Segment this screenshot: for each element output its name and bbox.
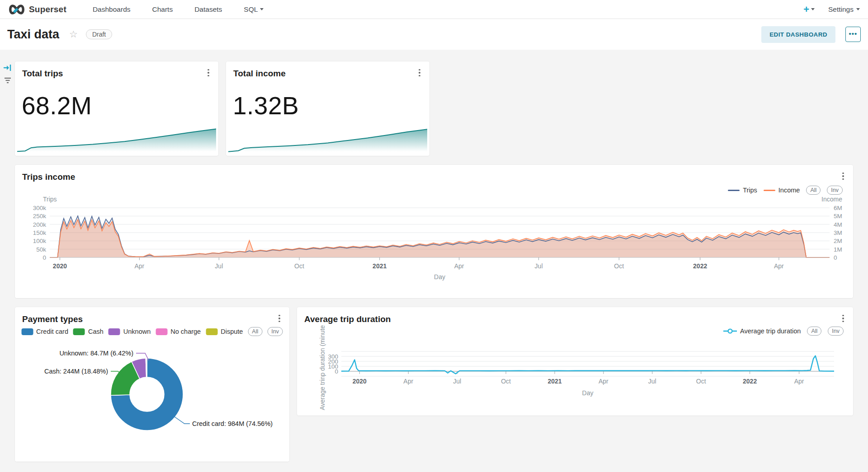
total-income-value: 1.32B xyxy=(233,91,299,120)
nav-item-sql[interactable]: SQL xyxy=(233,5,274,14)
x-axis-tick-label: Oct xyxy=(294,262,304,270)
chart-title: Total income xyxy=(233,69,286,79)
legend-item-unknown[interactable]: Unknown xyxy=(108,328,151,335)
axis-tick-label: 100k xyxy=(33,238,47,244)
expand-filter-bar-icon[interactable] xyxy=(3,63,13,74)
x-axis-tick-label: 2021 xyxy=(547,378,561,385)
draft-badge: Draft xyxy=(86,29,112,39)
chart-options-kebab-icon[interactable] xyxy=(839,313,848,323)
new-item-button[interactable]: + xyxy=(803,4,815,15)
donut-slice-dispute[interactable] xyxy=(146,358,147,377)
x-axis-tick-label: 2020 xyxy=(53,262,67,270)
x-axis-tick-label: Jul xyxy=(535,262,543,270)
chart-title: Trips income xyxy=(22,172,75,182)
spark-area xyxy=(228,129,427,153)
trips-income-chart[interactable]: 300k6M250k5M200k4M150k3M100k2M50k1M00202… xyxy=(15,187,853,298)
brand-name: Superset xyxy=(29,5,66,14)
dashboard-more-button[interactable]: ••• xyxy=(845,27,861,42)
top-navbar: Superset Dashboards Charts Datasets SQL … xyxy=(0,0,868,19)
legend-item-no-charge[interactable]: No charge xyxy=(156,328,201,335)
unknown-swatch xyxy=(108,328,120,335)
x-axis-tick-label: Oct xyxy=(501,378,511,385)
unknown-callout-label: Unknown: 84.7M (6.42%) xyxy=(59,350,133,357)
nav-item-charts[interactable]: Charts xyxy=(142,5,184,14)
x-axis-name: Day xyxy=(434,273,445,280)
x-axis-tick-label: Oct xyxy=(614,262,624,270)
axis-tick-label: 2M xyxy=(834,238,842,244)
x-axis-tick-label: Apr xyxy=(599,378,609,385)
cash-callout-label: Cash: 244M (18.48%) xyxy=(44,368,108,375)
axis-tick-label: 0 xyxy=(834,254,837,261)
axis-tick-label: 50k xyxy=(36,246,46,253)
chart-options-kebab-icon[interactable] xyxy=(204,68,213,78)
x-axis-tick-label: 2022 xyxy=(743,378,757,385)
filter-icon[interactable] xyxy=(4,77,12,86)
trips-income-card: Trips income Trips Income All Inv Trips … xyxy=(15,165,853,298)
axis-tick-label: 1M xyxy=(834,246,842,253)
payment-types-legend: Credit card Cash Unknown No charge Dispu… xyxy=(21,327,283,336)
axis-tick-label: 250k xyxy=(33,213,47,220)
total-income-card: Total income 1.32B xyxy=(226,61,429,156)
chevron-down-icon xyxy=(811,8,815,10)
axis-tick-label: 0 xyxy=(335,368,338,375)
legend-item-credit-card[interactable]: Credit card xyxy=(21,328,68,335)
axis-tick-label: 150k xyxy=(33,229,47,236)
chevron-down-icon xyxy=(260,8,264,10)
x-axis-tick-label: Jul xyxy=(648,378,656,385)
chart-options-kebab-icon[interactable] xyxy=(839,171,848,181)
chart-title: Total trips xyxy=(22,69,63,79)
x-axis-name: Day xyxy=(582,389,594,397)
axis-tick-label: 4M xyxy=(834,221,842,228)
axis-tick-label: 3M xyxy=(834,229,842,236)
x-axis-tick-label: 2020 xyxy=(353,378,367,385)
dashboard-title: Taxi data xyxy=(7,28,59,42)
total-trips-sparkline[interactable] xyxy=(17,126,216,154)
legend-inv-pill[interactable]: Inv xyxy=(267,327,283,336)
x-axis-tick-label: Oct xyxy=(696,378,706,385)
dashboard-header: Taxi data ☆ Draft EDIT DASHBOARD ••• xyxy=(0,19,868,50)
x-axis-tick-label: Apr xyxy=(454,262,464,270)
legend-item-cash[interactable]: Cash xyxy=(73,328,104,335)
legend-all-pill[interactable]: All xyxy=(248,327,262,336)
avg-duration-line xyxy=(341,356,834,374)
x-axis-tick-label: Jul xyxy=(215,262,223,270)
payment-types-card: Payment types Credit card Cash Unknown N… xyxy=(15,307,289,462)
axis-tick-label: 200k xyxy=(33,221,47,228)
gridlines xyxy=(341,351,834,376)
donut-slices xyxy=(111,358,183,430)
x-axis-tick-label: Apr xyxy=(403,378,413,385)
superset-infinity-icon xyxy=(8,4,25,15)
nav-item-datasets[interactable]: Datasets xyxy=(184,5,233,14)
chart-title: Payment types xyxy=(22,314,83,324)
superset-logo[interactable]: Superset xyxy=(8,4,66,15)
credit-card-callout-label: Credit card: 984M (74.56%) xyxy=(192,420,273,427)
x-axis-tick-label: Apr xyxy=(134,262,144,270)
chart-options-kebab-icon[interactable] xyxy=(415,68,424,78)
axis-tick-label: 6M xyxy=(834,205,842,211)
avg-trip-duration-chart[interactable]: 30020010002020AprJulOct2021AprJulOct2022… xyxy=(297,323,853,413)
chart-options-kebab-icon[interactable] xyxy=(275,313,284,323)
no-charge-swatch xyxy=(156,328,167,335)
legend-item-dispute[interactable]: Dispute xyxy=(206,328,243,335)
cash-swatch xyxy=(73,328,85,335)
x-axis-tick-label: Apr xyxy=(794,378,804,385)
nav-item-dashboards[interactable]: Dashboards xyxy=(82,5,142,14)
total-income-sparkline[interactable] xyxy=(228,126,427,154)
plus-icon: + xyxy=(803,4,809,15)
x-axis-tick-label: 2022 xyxy=(693,262,707,270)
chevron-down-icon xyxy=(856,8,860,10)
axis-tick-label: 5M xyxy=(834,213,842,220)
settings-menu[interactable]: Settings xyxy=(828,5,860,14)
payment-types-donut-chart[interactable]: Unknown: 84.7M (6.42%) Cash: 244M (18.48… xyxy=(15,343,289,462)
total-trips-value: 68.2M xyxy=(22,91,92,120)
favorite-star-icon[interactable]: ☆ xyxy=(69,29,78,40)
axis-tick-label: 0 xyxy=(42,254,46,261)
credit-card-callout-line xyxy=(174,416,190,424)
edit-dashboard-button[interactable]: EDIT DASHBOARD xyxy=(761,26,835,43)
x-axis-tick-label: 2021 xyxy=(373,262,387,270)
x-axis-tick-label: Jul xyxy=(453,378,461,385)
axis-tick-label: 300k xyxy=(33,205,47,211)
x-axis-tick-label: Apr xyxy=(774,262,784,270)
dispute-swatch xyxy=(206,328,217,335)
total-trips-card: Total trips 68.2M xyxy=(15,61,218,156)
